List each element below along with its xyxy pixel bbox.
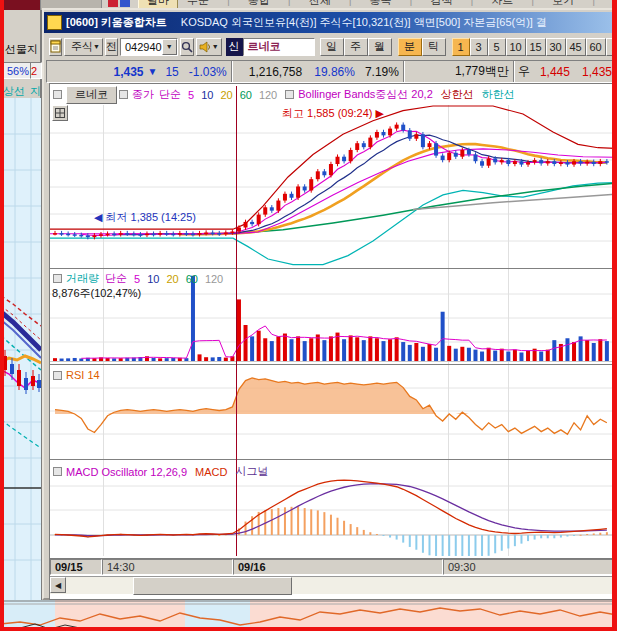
interval-button-7[interactable]: 60 bbox=[586, 38, 606, 56]
left-window-legend-1: 상선 bbox=[3, 84, 25, 99]
capture-frame-left bbox=[0, 0, 4, 631]
price-change-pct: -1.03% bbox=[189, 65, 227, 79]
left-window-cell-num: 2 bbox=[30, 62, 42, 79]
ma-period-20: 20 bbox=[220, 89, 232, 101]
down-arrow-icon: ▼ bbox=[147, 66, 157, 77]
window-titlebar[interactable]: [0600] 키움종합차트 KOSDAQ 외국인보유[4(천)] 주식수[10,… bbox=[44, 12, 615, 33]
legend-bullet-icon bbox=[285, 90, 294, 99]
stock-tab[interactable]: 르네코 bbox=[66, 86, 117, 104]
mode-button-0[interactable]: 분 bbox=[398, 38, 422, 56]
chart-area[interactable]: 르네코 종가 단순 5102060120 Bollinger Bands중심선 … bbox=[49, 83, 616, 600]
chart-panes[interactable] bbox=[50, 105, 615, 556]
window-title: [0600] 키움종합차트 bbox=[66, 15, 167, 30]
quote-amount-group: 1,779백만 bbox=[404, 61, 514, 82]
period-button-1[interactable]: 주 bbox=[344, 38, 368, 56]
window-icon bbox=[47, 15, 62, 30]
quote-bar: 1,435 ▼ 15 -1.03% 1,216,758 19.86% 7.19%… bbox=[46, 60, 617, 83]
memo-icon[interactable] bbox=[49, 38, 62, 56]
credit-badge: 신 bbox=[226, 38, 243, 56]
background-left-window: 선물지 56% 2 상선 지 bbox=[0, 10, 42, 631]
price-change: 15 bbox=[165, 65, 178, 79]
chevron-down-icon: ▼ bbox=[93, 43, 100, 50]
quote-volume-group: 1,216,758 19.86% 7.19% bbox=[232, 61, 404, 82]
background-chartlet bbox=[1, 98, 41, 610]
current-price: 1,435 bbox=[113, 65, 143, 79]
period-button-0[interactable]: 일 bbox=[320, 38, 344, 56]
search-icon[interactable] bbox=[180, 38, 194, 56]
price-legend-type: 단순 bbox=[159, 87, 181, 102]
chevron-down-icon: ▼ bbox=[212, 43, 219, 50]
legend-bullet-icon bbox=[119, 90, 128, 99]
capture-frame-corner bbox=[4, 0, 40, 10]
capture-frame-right bbox=[612, 0, 617, 631]
x-axis-label-3: 09:30 bbox=[443, 559, 615, 575]
best-label: 최우선 bbox=[518, 60, 530, 83]
stock-name-input[interactable]: 르네코 bbox=[243, 38, 315, 56]
x-axis: 09/1514:3009/1609:30 bbox=[50, 558, 615, 575]
ma-period-10: 10 bbox=[201, 89, 213, 101]
volume-value: 1,216,758 bbox=[249, 65, 302, 79]
background-icon-blue bbox=[120, 0, 130, 7]
bollinger-upper-label: 상한선 bbox=[441, 87, 474, 102]
ratio-pct: 7.19% bbox=[365, 65, 399, 79]
window-title-info: KOSDAQ 외국인보유[4(천)] 주식수[10,321(천)] 액면[500… bbox=[181, 15, 547, 30]
period-button-2[interactable]: 월 bbox=[368, 38, 392, 56]
asset-type-select[interactable]: 주식▼ bbox=[64, 38, 103, 56]
interval-button-3[interactable]: 10 bbox=[506, 38, 526, 56]
toolbar: 주식▼ 전 042940 ▼ ▼ 신 르네코 일주월 분틱 1351015304… bbox=[46, 33, 617, 60]
scrollbar-thumb[interactable] bbox=[133, 577, 292, 595]
scroll-left-icon[interactable]: ◀ bbox=[50, 577, 66, 593]
day-separator-line bbox=[236, 86, 237, 556]
jeon-button[interactable]: 전 bbox=[105, 38, 118, 56]
interval-button-5[interactable]: 30 bbox=[546, 38, 566, 56]
interval-button-4[interactable]: 15 bbox=[526, 38, 546, 56]
chart-scrollbar[interactable]: ◀ bbox=[50, 576, 615, 594]
ma-period-120: 120 bbox=[259, 89, 277, 101]
grid-tool-icon[interactable] bbox=[52, 105, 68, 121]
x-axis-label-0: 09/15 bbox=[50, 559, 102, 575]
bollinger-label: Bollinger Bands중심선 20,2 bbox=[298, 87, 433, 102]
quote-price-group: 1,435 ▼ 15 -1.03% bbox=[47, 61, 232, 82]
left-window-legend-2: 지 bbox=[30, 84, 41, 99]
capture-frame-bottom bbox=[0, 627, 617, 631]
ma-period-60: 60 bbox=[240, 89, 252, 101]
bollinger-lower-label: 하한선 bbox=[482, 87, 515, 102]
price-legend-row: 르네코 종가 단순 5102060120 Bollinger Bands중심선 … bbox=[51, 86, 515, 103]
chart-window: [0600] 키움종합차트 KOSDAQ 외국인보유[4(천)] 주식수[10,… bbox=[42, 8, 617, 600]
ma-period-5: 5 bbox=[188, 89, 194, 101]
speaker-icon[interactable]: ▼ bbox=[196, 38, 222, 56]
x-axis-label-2: 09/16 bbox=[233, 559, 443, 575]
mode-button-1[interactable]: 틱 bbox=[422, 38, 446, 56]
legend-bullet-icon bbox=[53, 90, 62, 99]
best-bid: 1,435 bbox=[582, 65, 612, 79]
turnover-pct: 19.86% bbox=[314, 65, 355, 79]
interval-button-0[interactable]: 1 bbox=[452, 38, 470, 56]
screenshot-root: 달마 주문|종합|전체|종목|검색|차트|보기|주문|주문|주문 선물지 56%… bbox=[0, 0, 617, 631]
amount-value: 1,779백만 bbox=[455, 63, 509, 80]
interval-button-6[interactable]: 45 bbox=[566, 38, 586, 56]
quote-best-group: 최우선 1,445 1,435 bbox=[514, 61, 616, 82]
interval-button-1[interactable]: 3 bbox=[470, 38, 488, 56]
price-legend-name: 종가 bbox=[132, 87, 154, 102]
x-axis-label-1: 14:30 bbox=[102, 559, 233, 575]
left-window-title: 선물지 bbox=[5, 42, 40, 57]
background-icon-red bbox=[108, 0, 118, 7]
best-ask: 1,445 bbox=[540, 65, 570, 79]
left-window-cell-pct: 56% bbox=[2, 62, 31, 79]
code-combobox[interactable]: 042940 ▼ bbox=[120, 38, 178, 56]
chevron-down-icon[interactable]: ▼ bbox=[162, 39, 177, 55]
stock-name-field[interactable]: 신 르네코 bbox=[226, 38, 315, 56]
interval-button-2[interactable]: 5 bbox=[488, 38, 506, 56]
